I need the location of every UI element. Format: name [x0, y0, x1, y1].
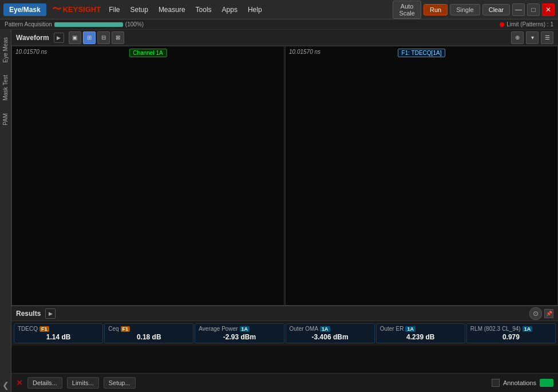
metric-block: Average Power 1A -2.93 dBm — [195, 323, 284, 343]
wave1-channel-label: Channel 1A — [129, 49, 167, 57]
annotations-checkbox[interactable] — [492, 379, 500, 387]
sidebar-tab-eye-meas[interactable]: Eye Meas — [1, 32, 10, 68]
view-grid3-button[interactable]: ⊟ — [97, 31, 110, 44]
menu-bar: File Setup Measure Tools Apps Help — [104, 3, 393, 16]
metric-value: -3.406 dBm — [290, 333, 371, 341]
wave-panel-green[interactable]: 10.01570 ns Channel 1A — [11, 46, 284, 306]
acq-progress-bar — [54, 22, 123, 27]
annotations-indicator — [540, 379, 553, 387]
metric-block: Ceq F1 0.18 dB — [104, 323, 193, 343]
metric-tag: 1A — [523, 326, 533, 332]
results-play-button[interactable]: ▶ — [45, 308, 56, 319]
metric-tag: F1 — [39, 326, 49, 332]
setup-button[interactable]: Setup... — [104, 377, 136, 389]
metric-block: Outer ER 1A 4.239 dB — [376, 323, 465, 343]
results-label: Results — [16, 310, 41, 318]
view-single-button[interactable]: ▣ — [69, 31, 81, 44]
metric-tag: 1A — [320, 326, 330, 332]
results-header: Results ▶ ⊙ 📌 — [11, 306, 558, 321]
limit-label: Limit (Patterns) : 1 — [506, 21, 553, 27]
results-metrics: TDECQ F1 1.14 dB Ceq F1 0.18 dB Average … — [11, 321, 558, 346]
results-pin-button[interactable]: 📌 — [544, 309, 553, 318]
waveform-label: Waveform — [16, 34, 49, 42]
acq-progress-fill — [54, 22, 123, 27]
annotations-area: Annotations — [492, 379, 553, 387]
results-section: Results ▶ ⊙ 📌 TDECQ F1 1.14 dB Ceq F1 0.… — [11, 306, 558, 373]
view-grid2-button[interactable]: ⊞ — [83, 31, 96, 44]
main-layout: Eye Meas Mask Test PAM ❮ Waveform ▶ ▣ ⊞ … — [0, 30, 558, 392]
menu-tools[interactable]: Tools — [191, 3, 216, 16]
metric-value: 0.979 — [470, 333, 552, 341]
acq-label: Pattern Acquisition — [5, 21, 52, 27]
auto-scale-button[interactable]: AutoScale — [393, 1, 421, 19]
limit-info: Limit (Patterns) : 1 — [500, 21, 553, 27]
keysight-logo: 〜 KEYSIGHT — [52, 3, 101, 15]
green-eye-canvas — [12, 46, 284, 305]
clear-button[interactable]: Clear — [482, 4, 510, 15]
metric-tag: 1A — [405, 326, 415, 332]
crosshair-icon[interactable]: ⊕ — [511, 31, 524, 44]
metric-name: Outer ER — [380, 326, 404, 332]
acquisition-bar: Pattern Acquisition (100%) Limit (Patter… — [0, 19, 558, 30]
annotations-label: Annotations — [503, 379, 536, 386]
metric-block: RLM (802.3 CL_94) 1A 0.979 — [466, 323, 556, 343]
metric-tag: 1A — [240, 326, 250, 332]
blue-eye-canvas — [286, 46, 557, 305]
metric-name: RLM (802.3 CL_94) — [470, 326, 521, 332]
error-icon[interactable]: ✕ — [16, 378, 23, 387]
dropdown-icon[interactable]: ▾ — [526, 31, 539, 44]
eye-mask-button[interactable]: Eye/Mask — [3, 3, 46, 16]
metric-name: TDECQ — [18, 326, 38, 332]
details-button[interactable]: Details... — [27, 377, 62, 389]
results-collapse-button[interactable]: ⊙ — [529, 307, 542, 320]
metric-name: Outer OMA — [290, 326, 319, 332]
waveform-area: 10.01570 ns Channel 1A 10.01570 ns F1: T… — [11, 46, 558, 306]
sidebar-arrow-icon[interactable]: ❮ — [0, 378, 11, 392]
wave1-timestamp: 10.01570 ns — [15, 49, 47, 55]
title-bar-buttons: AutoScale Run Single Clear — □ ✕ — [393, 1, 555, 19]
content-area: Waveform ▶ ▣ ⊞ ⊟ ⊠ ⊕ ▾ ☰ 10.01570 ns Cha… — [11, 30, 558, 392]
acq-percent: (100%) — [125, 21, 144, 27]
menu-setup[interactable]: Setup — [126, 3, 153, 16]
wave2-timestamp: 10.01570 ns — [289, 49, 320, 55]
metric-tag: F1 — [121, 326, 130, 332]
waveform-play-button[interactable]: ▶ — [54, 33, 64, 43]
left-sidebar: Eye Meas Mask Test PAM ❮ — [0, 30, 11, 392]
bottom-controls: ✕ Details... Limits... Setup... Annotati… — [11, 373, 558, 392]
minimize-button[interactable]: — — [512, 3, 525, 16]
sidebar-tab-pam[interactable]: PAM — [1, 108, 10, 130]
title-bar: Eye/Mask 〜 KEYSIGHT File Setup Measure T… — [0, 0, 558, 19]
metric-value: 4.239 dB — [380, 333, 461, 341]
close-button[interactable]: ✕ — [542, 3, 555, 16]
sidebar-tab-mask-test[interactable]: Mask Test — [1, 70, 10, 106]
run-button[interactable]: Run — [424, 4, 448, 15]
metric-block: Outer OMA 1A -3.406 dBm — [286, 323, 375, 343]
metric-value: -2.93 dBm — [199, 333, 280, 341]
limit-dot-icon — [500, 22, 504, 27]
metric-block: TDECQ F1 1.14 dB — [14, 323, 103, 343]
maximize-button[interactable]: □ — [527, 3, 540, 16]
menu-apps[interactable]: Apps — [217, 3, 242, 16]
limits-button[interactable]: Limits... — [67, 377, 99, 389]
metric-value: 0.18 dB — [108, 333, 189, 341]
metric-name: Ceq — [108, 326, 118, 332]
menu-help[interactable]: Help — [243, 3, 267, 16]
wave-panel-blue[interactable]: 10.01570 ns F1: TDECQ[1A] — [285, 46, 558, 306]
menu-file[interactable]: File — [104, 3, 124, 16]
single-button[interactable]: Single — [450, 4, 480, 15]
metric-value: 1.14 dB — [18, 333, 99, 341]
waveform-header: Waveform ▶ ▣ ⊞ ⊟ ⊠ ⊕ ▾ ☰ — [11, 30, 558, 46]
menu-measure[interactable]: Measure — [154, 3, 190, 16]
menu-icon[interactable]: ☰ — [541, 31, 553, 44]
view-grid4-button[interactable]: ⊠ — [112, 31, 124, 44]
wave2-channel-label: F1: TDECQ[1A] — [398, 49, 446, 57]
metric-name: Average Power — [199, 326, 238, 332]
logo-wave-icon: 〜 — [52, 3, 61, 15]
